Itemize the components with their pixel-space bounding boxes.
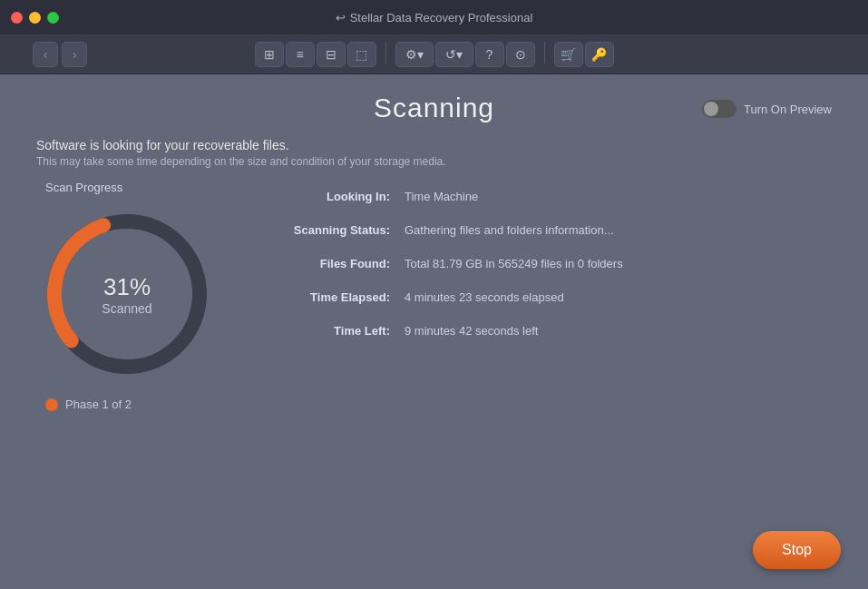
columns-view-button[interactable]: ⊟ [317, 42, 346, 67]
grid-view-icon: ⊞ [264, 47, 275, 62]
scan-icon: ⊙ [515, 47, 526, 62]
cart-icon: 🛒 [561, 47, 576, 62]
coverflow-icon: ⬚ [356, 47, 367, 62]
page-header: Scanning Turn On Preview [36, 93, 832, 123]
scan-button[interactable]: ⊙ [506, 42, 535, 67]
info-primary-text: Software is looking for your recoverable… [36, 138, 832, 152]
maximize-button[interactable] [47, 12, 59, 24]
scan-details: Looking In: Time Machine Scanning Status… [272, 181, 832, 358]
coverflow-button[interactable]: ⬚ [347, 42, 376, 67]
scan-left-panel: Scan Progress 31% Scanned [36, 181, 236, 411]
nav-buttons: ‹ › [33, 42, 87, 67]
recover-icon: ↺▾ [445, 47, 463, 62]
percent-value: 31% [102, 273, 151, 301]
preview-toggle-switch[interactable] [702, 100, 736, 118]
key-icon: 🔑 [591, 47, 607, 62]
title-icon: ↩ [336, 11, 346, 25]
main-content: Scanning Turn On Preview Software is loo… [0, 74, 868, 589]
preview-toggle-area: Turn On Preview [702, 100, 832, 118]
phase-dot-icon [45, 398, 58, 411]
page-title: Scanning [374, 93, 494, 123]
list-view-icon: ≡ [296, 47, 303, 62]
title-bar: ↩ Stellar Data Recovery Professional [0, 0, 868, 34]
info-section: Software is looking for your recoverable… [36, 138, 832, 168]
separator-1 [385, 42, 386, 64]
detail-row-files-found: Files Found: Total 81.79 GB in 565249 fi… [272, 257, 832, 270]
toggle-knob [704, 102, 718, 116]
circular-progress: 31% Scanned [36, 203, 218, 385]
traffic-lights [11, 12, 59, 24]
window-title: ↩ Stellar Data Recovery Professional [336, 11, 533, 25]
toolbar-wrap: ‹ › ⊞ ≡ ⊟ ⬚ [18, 34, 850, 74]
cart-button[interactable]: 🛒 [554, 42, 583, 67]
stop-button[interactable]: Stop [753, 531, 841, 569]
purchase-buttons: 🛒 🔑 [554, 42, 614, 67]
looking-in-value: Time Machine [405, 190, 478, 203]
detail-row-looking-in: Looking In: Time Machine [272, 190, 832, 203]
time-elapsed-value: 4 minutes 23 seconds elapsed [405, 290, 564, 304]
minimize-button[interactable] [29, 12, 41, 24]
close-button[interactable] [11, 12, 23, 24]
scan-section: Scan Progress 31% Scanned [36, 181, 832, 411]
back-button[interactable]: ‹ [33, 42, 58, 67]
circle-text: 31% Scanned [102, 273, 151, 316]
looking-in-label: Looking In: [272, 190, 390, 203]
columns-view-icon: ⊟ [326, 47, 336, 62]
view-buttons: ⊞ ≡ ⊟ ⬚ [255, 42, 376, 67]
detail-row-time-left: Time Left: 9 minutes 42 seconds left [272, 324, 832, 338]
detail-row-scanning-status: Scanning Status: Gathering files and fol… [272, 223, 832, 237]
time-left-label: Time Left: [272, 324, 390, 338]
info-secondary-text: This may take some time depending on the… [36, 155, 832, 168]
list-view-button[interactable]: ≡ [286, 42, 315, 67]
files-found-label: Files Found: [272, 257, 390, 270]
recover-button[interactable]: ↺▾ [435, 42, 473, 67]
help-button[interactable]: ? [475, 42, 504, 67]
toolbar: ‹ › ⊞ ≡ ⊟ ⬚ [0, 34, 868, 74]
preview-toggle-label: Turn On Preview [744, 103, 832, 116]
action-buttons: ⚙▾ ↺▾ ? ⊙ [395, 42, 535, 67]
scanning-status-value: Gathering files and folders information.… [405, 223, 614, 237]
settings-icon: ⚙▾ [405, 47, 424, 62]
forward-button[interactable]: › [62, 42, 87, 67]
detail-row-time-elapsed: Time Elapsed: 4 minutes 23 seconds elaps… [272, 290, 832, 304]
separator-2 [544, 42, 545, 64]
toolbar-center: ⊞ ≡ ⊟ ⬚ ⚙▾ ↺▾ [255, 42, 614, 67]
time-left-value: 9 minutes 42 seconds left [405, 324, 538, 338]
scanned-label: Scanned [102, 301, 151, 316]
scanning-status-label: Scanning Status: [272, 223, 390, 237]
key-button[interactable]: 🔑 [585, 42, 614, 67]
grid-view-button[interactable]: ⊞ [255, 42, 284, 67]
time-elapsed-label: Time Elapsed: [272, 290, 390, 304]
files-found-value: Total 81.79 GB in 565249 files in 0 fold… [405, 257, 623, 270]
settings-button[interactable]: ⚙▾ [395, 42, 434, 67]
help-icon: ? [486, 47, 493, 62]
